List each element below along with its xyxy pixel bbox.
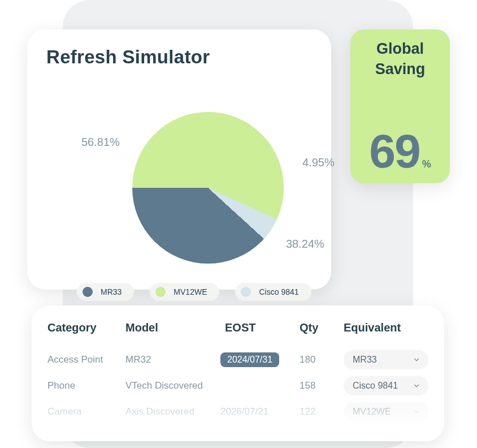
legend-label: MR33 bbox=[101, 287, 122, 296]
legend-dot-icon bbox=[155, 287, 166, 297]
table-row: Phone VTech Discovered 158 Cisco 9841 bbox=[47, 373, 428, 399]
legend-item-mr33[interactable]: MR33 bbox=[77, 283, 134, 301]
equivalence-table-card: Category Model EOST Qty Equivalent Acces… bbox=[32, 305, 444, 441]
legend-item-cisco9841[interactable]: Cisco 9841 bbox=[235, 283, 311, 301]
pie-label-mr33: 38.24% bbox=[286, 238, 324, 251]
legend-label: Cisco 9841 bbox=[259, 287, 298, 296]
select-value: Cisco 9841 bbox=[353, 381, 398, 391]
equivalent-select[interactable]: MV12WE bbox=[344, 402, 428, 421]
table-row: Camera Axis Discovered 2026/07/21 122 MV… bbox=[47, 399, 428, 425]
select-value: MR33 bbox=[353, 355, 377, 365]
legend-dot-icon bbox=[241, 287, 251, 297]
legend-dot-icon bbox=[83, 287, 93, 297]
cell-category: Phone bbox=[47, 380, 125, 391]
table-row: Access Point MR32 2024/07/31 180 MR33 bbox=[47, 347, 428, 373]
cell-model: VTech Discovered bbox=[125, 380, 220, 391]
chevron-down-icon bbox=[413, 382, 420, 390]
legend: MR33 MV12WE Cisco 9841 bbox=[77, 283, 311, 301]
pie-label-cisco9841: 4.95% bbox=[302, 156, 335, 169]
global-saving-number: 69 bbox=[369, 124, 419, 178]
cell-qty: 158 bbox=[300, 380, 344, 391]
col-category: Category bbox=[47, 321, 125, 334]
global-saving-title-2: Saving bbox=[375, 59, 426, 79]
cell-category: Access Point bbox=[47, 354, 125, 365]
equivalent-select[interactable]: Cisco 9841 bbox=[344, 376, 428, 395]
cell-eost: 2024/07/31 bbox=[220, 352, 300, 367]
global-saving-title-1: Global bbox=[375, 38, 426, 59]
cell-category: Camera bbox=[47, 406, 125, 417]
chevron-down-icon bbox=[413, 356, 420, 364]
legend-label: MV12WE bbox=[174, 287, 207, 296]
select-value: MV12WE bbox=[353, 407, 391, 417]
refresh-simulator-card: Refresh Simulator 56.81% 4.95% 38.24% MR… bbox=[27, 29, 331, 290]
equivalent-select[interactable]: MR33 bbox=[344, 350, 428, 369]
col-model: Model bbox=[125, 321, 220, 334]
percent-icon: % bbox=[422, 158, 431, 170]
col-eost: EOST bbox=[220, 321, 300, 334]
global-saving-value: 69% bbox=[350, 124, 450, 179]
cell-eost: 2026/07/21 bbox=[220, 406, 300, 417]
col-equivalent: Equivalent bbox=[344, 321, 428, 334]
pie-label-mv12we: 56.81% bbox=[81, 136, 120, 149]
cell-qty: 180 bbox=[300, 354, 344, 365]
refresh-simulator-title: Refresh Simulator bbox=[46, 46, 313, 68]
cell-qty: 122 bbox=[300, 406, 344, 417]
chevron-down-icon bbox=[413, 408, 420, 416]
cell-model: Axis Discovered bbox=[125, 406, 220, 417]
global-saving-card: Global Saving 69% bbox=[350, 29, 450, 183]
eost-badge: 2024/07/31 bbox=[220, 352, 279, 367]
cell-model: MR32 bbox=[125, 354, 220, 365]
global-saving-title: Global Saving bbox=[375, 38, 426, 80]
pie-chart bbox=[132, 112, 284, 264]
table-header: Category Model EOST Qty Equivalent bbox=[47, 321, 428, 334]
col-qty: Qty bbox=[300, 321, 344, 334]
legend-item-mv12we[interactable]: MV12WE bbox=[150, 283, 219, 301]
